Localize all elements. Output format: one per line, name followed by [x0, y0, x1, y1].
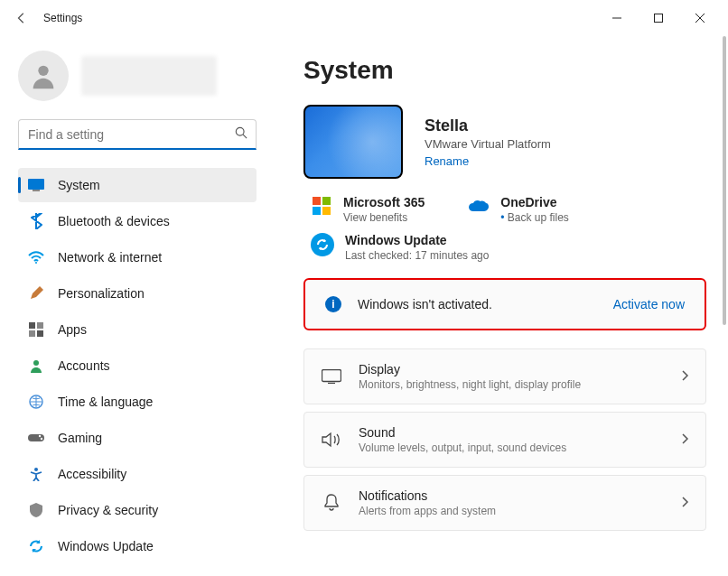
svg-rect-13: [37, 330, 43, 337]
back-button[interactable]: [7, 4, 36, 33]
sidebar-item-label: Time & language: [58, 395, 153, 409]
close-button[interactable]: [679, 4, 721, 33]
service-sub: View benefits: [343, 211, 425, 224]
user-name-placeholder: [81, 56, 217, 96]
window-controls: [596, 4, 721, 33]
card-sub: Alerts from apps and system: [359, 505, 496, 517]
search-icon: [235, 126, 247, 143]
page-title: System: [303, 56, 706, 85]
rename-link[interactable]: Rename: [425, 154, 551, 168]
shield-icon: [27, 501, 45, 519]
sidebar-item-label: Privacy & security: [58, 503, 158, 517]
device-wallpaper-thumb: [303, 105, 403, 179]
card-sound[interactable]: Sound Volume levels, output, input, soun…: [303, 412, 706, 468]
svg-line-6: [243, 135, 247, 138]
card-sub: Monitors, brightness, night light, displ…: [359, 378, 581, 391]
search-box[interactable]: [18, 119, 257, 150]
svg-rect-11: [37, 322, 43, 329]
chevron-right-icon: [682, 495, 689, 511]
sidebar-item-label: Gaming: [58, 431, 102, 445]
nav-list: System Bluetooth & devices Network & int…: [18, 168, 257, 563]
apps-icon: [27, 321, 45, 339]
minimize-button[interactable]: [596, 4, 638, 33]
activate-now-link[interactable]: Activate now: [613, 297, 685, 311]
card-display[interactable]: Display Monitors, brightness, night ligh…: [303, 348, 706, 404]
sidebar-item-network[interactable]: Network & internet: [18, 240, 257, 274]
sound-icon: [321, 429, 342, 451]
display-icon: [321, 366, 342, 387]
svg-rect-12: [29, 330, 35, 337]
scrollbar[interactable]: [723, 36, 726, 325]
service-onedrive[interactable]: OneDrive • Back up files: [468, 195, 569, 224]
sidebar-item-system[interactable]: System: [18, 168, 257, 202]
clock-globe-icon: [27, 393, 45, 411]
user-profile[interactable]: [18, 51, 257, 101]
svg-point-19: [34, 468, 38, 471]
chevron-right-icon: [682, 368, 689, 385]
bluetooth-icon: [27, 212, 45, 230]
wifi-icon: [27, 248, 45, 266]
sidebar-item-gaming[interactable]: Gaming: [18, 421, 257, 455]
onedrive-icon: [468, 195, 490, 217]
device-platform: VMware Virtual Platform: [425, 137, 551, 151]
svg-rect-22: [313, 207, 321, 215]
sidebar-item-accounts[interactable]: Accounts: [18, 348, 257, 383]
gaming-icon: [27, 429, 45, 447]
maximize-button[interactable]: [638, 4, 679, 33]
svg-point-4: [38, 66, 48, 76]
sidebar-item-update[interactable]: Windows Update: [18, 529, 257, 563]
svg-rect-21: [322, 197, 331, 205]
card-title: Sound: [359, 425, 566, 440]
update-title: Windows Update: [345, 233, 489, 247]
minimize-icon: [612, 14, 621, 23]
service-m365[interactable]: Microsoft 365 View benefits: [311, 195, 425, 224]
chevron-right-icon: [682, 432, 689, 448]
sidebar-item-label: Bluetooth & devices: [58, 214, 170, 228]
update-icon: [27, 537, 45, 555]
service-title: Microsoft 365: [343, 195, 425, 209]
sidebar-item-privacy[interactable]: Privacy & security: [18, 493, 257, 527]
person-icon: [27, 357, 45, 375]
search-input[interactable]: [18, 119, 257, 150]
svg-point-18: [41, 438, 42, 440]
sidebar-item-label: Windows Update: [58, 539, 154, 553]
sidebar-item-label: Accessibility: [58, 467, 126, 481]
microsoft-365-icon: [311, 195, 332, 217]
accessibility-icon: [27, 465, 45, 483]
sidebar-item-apps[interactable]: Apps: [18, 312, 257, 347]
title-bar: Settings: [0, 0, 728, 36]
sidebar-item-label: Accounts: [58, 358, 110, 373]
update-circle-icon: [311, 233, 334, 256]
sidebar-item-time[interactable]: Time & language: [18, 385, 257, 419]
svg-rect-10: [29, 322, 35, 329]
svg-point-17: [39, 435, 41, 437]
sidebar-item-personalization[interactable]: Personalization: [18, 276, 257, 311]
sidebar-item-accessibility[interactable]: Accessibility: [18, 457, 257, 491]
activation-message: Windows isn't activated.: [358, 297, 492, 311]
card-title: Display: [359, 362, 581, 376]
svg-point-9: [35, 262, 37, 264]
sidebar: System Bluetooth & devices Network & int…: [0, 36, 271, 576]
device-header: Stella VMware Virtual Platform Rename: [303, 105, 706, 179]
card-notifications[interactable]: Notifications Alerts from apps and syste…: [303, 475, 706, 531]
svg-rect-8: [33, 190, 40, 191]
update-sub: Last checked: 17 minutes ago: [345, 249, 489, 262]
device-name: Stella: [425, 116, 551, 135]
activation-banner: i Windows isn't activated. Activate now: [303, 278, 706, 330]
bell-icon: [321, 492, 342, 514]
svg-rect-7: [28, 179, 44, 190]
card-sub: Volume levels, output, input, sound devi…: [359, 441, 566, 454]
card-title: Notifications: [359, 488, 496, 503]
service-title: OneDrive: [500, 195, 569, 209]
sidebar-item-label: Apps: [58, 322, 87, 337]
close-icon: [695, 14, 705, 23]
sidebar-item-label: Personalization: [58, 286, 145, 301]
sidebar-item-label: Network & internet: [58, 250, 162, 265]
svg-rect-1: [655, 14, 663, 23]
arrow-left-icon: [15, 12, 28, 24]
sidebar-item-label: System: [58, 178, 100, 192]
sidebar-item-bluetooth[interactable]: Bluetooth & devices: [18, 204, 257, 238]
maximize-icon: [654, 14, 663, 23]
avatar: [18, 51, 69, 101]
windows-update-summary[interactable]: Windows Update Last checked: 17 minutes …: [303, 233, 706, 262]
